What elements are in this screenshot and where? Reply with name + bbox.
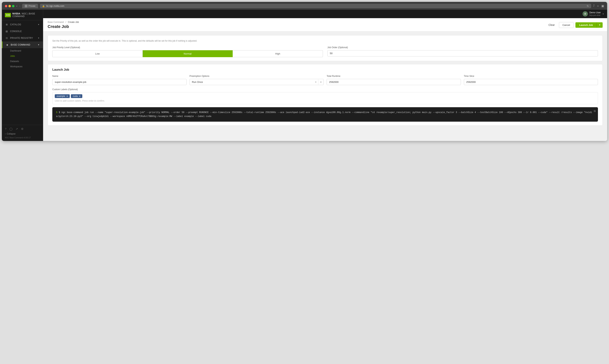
user-name: Demo User	[589, 11, 601, 14]
browser-tab[interactable]: Private	[22, 4, 38, 8]
base-command-label: BASE COMMAND	[11, 43, 30, 46]
tab-label: Private	[28, 5, 35, 7]
cancel-button[interactable]: Cancel	[559, 22, 574, 28]
logo-text: NVIDIA. NGC | BASE COMMAND	[12, 12, 40, 18]
sidebar: NVIDIA NVIDIA. NGC | BASE COMMAND ⊞ CATA…	[2, 10, 43, 141]
breadcrumb-parent[interactable]: Base Command	[48, 21, 64, 24]
job-order-input[interactable]	[327, 50, 598, 56]
label-tag-cuda: cuda ✕	[71, 94, 82, 98]
top-bar: D Demo User bcp-pm-tme ▼	[43, 10, 607, 18]
breadcrumb-current: Create Job	[68, 21, 79, 24]
sidebar-sub-item-datasets[interactable]: Datasets	[10, 59, 43, 64]
command-block: ⧉ $ $ ngc base-command job run --name "s…	[52, 107, 598, 122]
user-avatar: D	[583, 11, 588, 16]
copy-command-button[interactable]: ⧉	[594, 109, 596, 113]
traffic-lights	[5, 5, 14, 7]
job-order-field-group: Job Order (Optional)	[327, 46, 598, 57]
priority-high-button[interactable]: High	[233, 50, 323, 57]
collapse-label: Collapse	[7, 132, 15, 135]
console-icon: ▤	[5, 30, 8, 33]
close-button[interactable]	[5, 5, 7, 7]
private-registry-label: PRIVATE REGISTRY	[10, 37, 33, 39]
preemption-value: Run Once	[190, 79, 314, 85]
breadcrumb: Base Command / Create Job	[48, 21, 79, 24]
label-tag-example: example ✕	[55, 94, 70, 98]
sidebar-item-private-registry[interactable]: ⊡ PRIVATE REGISTRY ▼	[2, 35, 43, 41]
help-icon[interactable]: ?	[5, 127, 6, 131]
priority-low-button[interactable]: Low	[52, 50, 143, 57]
sidebar-item-console[interactable]: ▤ CONSOLE	[2, 28, 43, 35]
page-title: Create Job	[48, 24, 79, 29]
launch-job-section: Launch Job Name Preemption Options	[48, 64, 603, 126]
sidebar-item-base-command[interactable]: ◈ BASE COMMAND ▼	[2, 41, 43, 48]
user-area[interactable]: D Demo User bcp-pm-tme ▼	[583, 11, 604, 16]
chat-icon[interactable]: ◯	[9, 127, 13, 131]
share-icon[interactable]: ⤴	[593, 4, 595, 8]
main-content: D Demo User bcp-pm-tme ▼ Base Command	[43, 10, 607, 141]
label-tag-example-remove[interactable]: ✕	[66, 95, 68, 97]
sidebar-nav: ⊞ CATALOG ▼ ▤ CONSOLE ⊡ PRIVATE REGISTRY…	[2, 20, 43, 125]
sidebar-icon[interactable]: ▣	[601, 4, 604, 8]
sidebar-sub-item-jobs[interactable]: Jobs	[10, 53, 43, 59]
labels-container[interactable]: example ✕ cuda ✕ Click to add custom lab…	[52, 92, 598, 104]
sidebar-version: NGC Base Command v0.83.17	[5, 137, 40, 139]
timeslice-label: Time Slice	[464, 75, 598, 78]
sidebar-sub-item-dashboard[interactable]: Dashboard	[10, 48, 43, 53]
nvidia-icon: NVIDIA	[5, 13, 11, 17]
back-button[interactable]: ‹	[16, 4, 17, 8]
sidebar-footer: ? ◯ ↗ ⚙ ‹ Collapse NGC Base Command v0.8…	[2, 125, 43, 141]
priority-field-group: Job Priority Level (Optional) Low Normal…	[52, 46, 323, 57]
launch-job-dropdown-button[interactable]: ▼	[597, 22, 603, 28]
new-tab-icon[interactable]: ＋	[596, 4, 599, 8]
sidebar-logo: NVIDIA NVIDIA. NGC | BASE COMMAND	[2, 10, 43, 20]
forward-button[interactable]: ›	[19, 4, 20, 8]
priority-label: Job Priority Level (Optional)	[52, 46, 323, 49]
name-field-group: Name	[52, 75, 186, 85]
private-registry-icon: ⊡	[5, 37, 8, 39]
labels-input-placeholder: Click to add custom labels. Press enter …	[55, 100, 596, 102]
preemption-dropdown-button[interactable]: ▼	[318, 79, 323, 85]
runtime-field-group: Total Runtime	[327, 75, 461, 85]
preemption-select[interactable]: Run Once ✕ ▼	[190, 79, 324, 85]
svg-text:NVIDIA: NVIDIA	[6, 14, 10, 16]
job-name-input[interactable]	[52, 79, 186, 85]
sidebar-item-catalog[interactable]: ⊞ CATALOG ▼	[2, 21, 43, 28]
header-actions: Clear Cancel Launch Job ▼	[546, 22, 603, 28]
priority-description: Set the Priority of this job, as well as…	[52, 39, 598, 43]
reload-icon[interactable]: ↻	[587, 4, 589, 8]
maximize-button[interactable]	[12, 5, 14, 7]
clear-button[interactable]: Clear	[546, 22, 557, 27]
priority-normal-button[interactable]: Normal	[143, 50, 233, 57]
timeslice-field-group: Time Slice	[464, 75, 598, 85]
lock-icon: 🔒	[42, 5, 45, 7]
url-input[interactable]	[46, 5, 585, 7]
user-org: bcp-pm-tme	[589, 14, 601, 16]
feedback-icon[interactable]: ↗	[15, 127, 18, 131]
label-tag-cuda-remove[interactable]: ✕	[78, 95, 81, 97]
custom-labels-label: Custom Labels (Optional)	[52, 88, 598, 91]
settings-icon[interactable]: ⚙	[21, 127, 24, 131]
console-label: CONSOLE	[10, 30, 22, 33]
name-label: Name	[52, 75, 186, 78]
catalog-icon: ⊞	[5, 23, 8, 26]
runtime-label: Total Runtime	[327, 75, 461, 78]
sidebar-sub-items: Dashboard Jobs Datasets Workspaces	[2, 48, 43, 69]
catalog-expand-icon: ▼	[38, 24, 40, 26]
base-command-expand-icon: ▼	[38, 44, 40, 46]
launch-section-title: Launch Job	[52, 68, 598, 71]
launch-job-button[interactable]: Launch Job	[575, 22, 597, 28]
runtime-input[interactable]	[327, 79, 461, 85]
launch-job-button-group: Launch Job ▼	[575, 22, 603, 28]
preemption-label: Preemption Options	[190, 75, 324, 78]
timeslice-input[interactable]	[464, 79, 598, 85]
catalog-label: CATALOG	[10, 23, 21, 26]
user-chevron-icon: ▼	[602, 13, 604, 15]
minimize-button[interactable]	[8, 5, 11, 7]
preemption-clear-button[interactable]: ✕	[313, 79, 318, 85]
private-registry-expand-icon: ▼	[38, 37, 40, 39]
job-order-label: Job Order (Optional)	[327, 46, 598, 49]
sidebar-sub-item-workspaces[interactable]: Workspaces	[10, 64, 43, 69]
labels-row: example ✕ cuda ✕	[55, 94, 596, 98]
launch-form-grid: Name Preemption Options Run Once ✕ ▼	[52, 75, 598, 85]
sidebar-collapse[interactable]: ‹ Collapse	[5, 132, 40, 135]
